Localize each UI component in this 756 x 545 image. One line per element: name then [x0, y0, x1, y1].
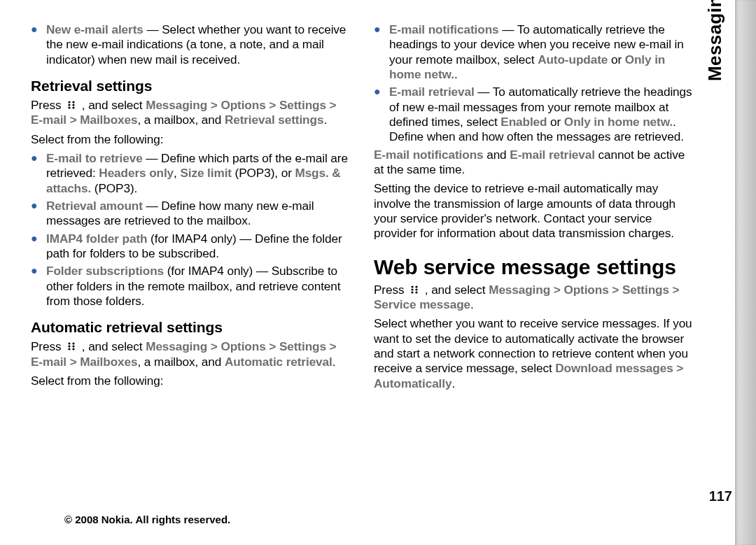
- page-number: 117: [709, 488, 732, 504]
- svg-point-3: [73, 104, 75, 106]
- menu-key-icon: [409, 284, 420, 295]
- body-text: New e-mail alerts — Select whether you w…: [31, 22, 694, 395]
- svg-point-16: [412, 291, 414, 293]
- copyright-footer: © 2008 Nokia. All rights reserved.: [64, 514, 230, 525]
- menu-key-icon: [66, 341, 77, 352]
- term: New e-mail alerts: [46, 22, 144, 36]
- auto-lead: Press , and select Messaging > Options >…: [31, 339, 351, 369]
- svg-point-13: [416, 285, 418, 288]
- svg-point-2: [69, 104, 71, 106]
- svg-point-9: [73, 346, 75, 348]
- page-edge-decor: [735, 0, 756, 545]
- svg-point-0: [69, 101, 71, 103]
- note-data-charges: Setting the device to retrieve e-mail au…: [374, 181, 694, 241]
- svg-point-7: [73, 343, 75, 345]
- section-tab: Messaging: [699, 14, 732, 126]
- auto-select: Select from the following:: [31, 374, 351, 388]
- bullet-retrieval-amount: Retrieval amount — Define how many new e…: [31, 199, 351, 229]
- web-body: Select whether you want to receive servi…: [374, 316, 694, 391]
- web-lead: Press , and select Messaging > Options >…: [374, 283, 694, 313]
- bullet-email-notifications: E-mail notifications — To automatically …: [374, 22, 694, 82]
- page: Messaging 117 © 2008 Nokia. All rights r…: [0, 0, 756, 545]
- svg-point-1: [73, 101, 75, 103]
- svg-point-14: [412, 288, 414, 290]
- bullet-email-to-retrieve: E-mail to retrieve — Define which parts …: [31, 151, 351, 196]
- retrieval-lead: Press , and select Messaging > Options >…: [31, 98, 351, 128]
- bullet-email-retrieval: E-mail retrieval — To automatically retr…: [374, 85, 694, 144]
- svg-point-4: [69, 106, 71, 108]
- heading-web-service-msg: Web service message settings: [374, 254, 694, 280]
- heading-automatic-retrieval: Automatic retrieval settings: [31, 318, 351, 337]
- note-mutual-exclusive: E-mail notifications and E-mail retrieva…: [374, 148, 694, 178]
- svg-point-15: [416, 288, 418, 290]
- heading-retrieval-settings: Retrieval settings: [31, 77, 351, 95]
- svg-point-5: [73, 106, 75, 108]
- menu-key-icon: [66, 99, 77, 111]
- svg-point-17: [416, 291, 418, 293]
- svg-point-12: [412, 285, 414, 288]
- retrieval-select: Select from the following:: [31, 132, 351, 147]
- bullet-folder-subscriptions: Folder subscriptions (for IMAP4 only) — …: [31, 264, 351, 309]
- svg-point-6: [69, 343, 71, 345]
- bullet-imap4-folder-path: IMAP4 folder path (for IMAP4 only) — Def…: [31, 232, 351, 262]
- svg-point-8: [69, 346, 71, 348]
- section-tab-label: Messaging: [704, 48, 726, 81]
- bullet-new-email-alerts: New e-mail alerts — Select whether you w…: [31, 22, 351, 67]
- svg-point-11: [73, 348, 75, 351]
- svg-point-10: [69, 348, 71, 351]
